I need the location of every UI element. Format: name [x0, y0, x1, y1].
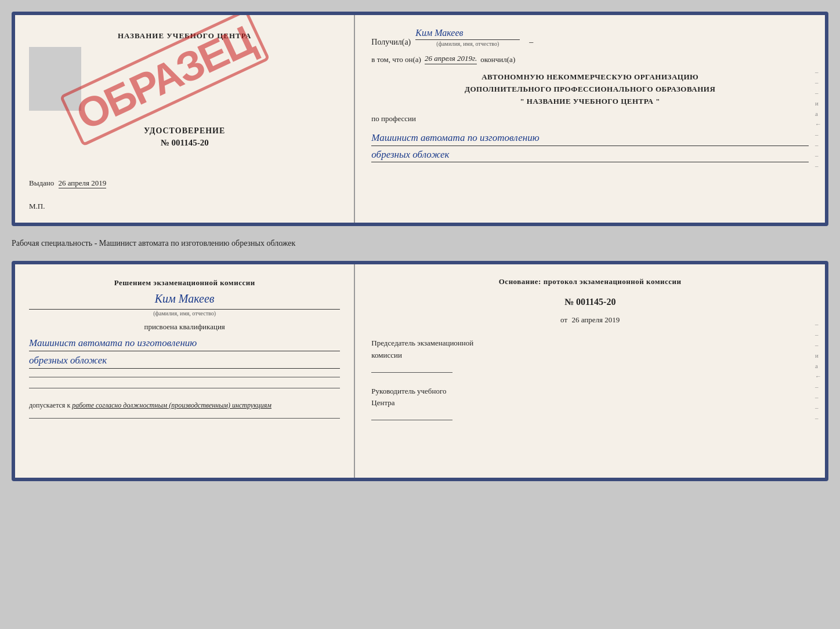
vydano-row: Выдано 26 апреля 2019	[29, 179, 106, 188]
doc2-left-panel: Решением экзаменационной комиссии Ким Ма…	[15, 264, 355, 478]
separator-text: Рабочая специальность - Машинист автомат…	[12, 237, 828, 250]
org-line2: ДОПОЛНИТЕЛЬНОГО ПРОФЕССИОНАЛЬНОГО ОБРАЗО…	[371, 83, 809, 96]
side-chars-doc1: – – – и а ← – – – –	[815, 68, 821, 169]
org-line3: " НАЗВАНИЕ УЧЕБНОГО ЦЕНТРА "	[371, 96, 809, 108]
po-professii-label: по профессии	[371, 114, 809, 123]
poluchil-row: Получил(а) Ким Макеев (фамилия, имя, отч…	[371, 28, 809, 47]
blank-line-1	[29, 377, 340, 377]
okonchil-label: окончил(а)	[480, 55, 515, 64]
rukovoditel-line2: Центра	[371, 397, 809, 409]
blank-line-2	[29, 388, 340, 388]
professiya-line1: Машинист автомата по изготовлению	[371, 130, 809, 146]
fio-caption: (фамилия, имя, отчество)	[436, 41, 499, 47]
side-chars-doc2: – – – и а ← – – – –	[815, 321, 821, 421]
vtom-label: в том, что он(а)	[371, 55, 421, 64]
professiya-block: Машинист автомата по изготовлению обрезн…	[371, 130, 809, 162]
doc2-right-panel: Основание: протокол экзаменационной коми…	[355, 264, 825, 478]
predsedatel-sign-line	[371, 372, 452, 373]
org-block: АВТОНОМНУЮ НЕКОММЕРЧЕСКУЮ ОРГАНИЗАЦИЮ ДО…	[371, 71, 809, 107]
predsedatel-line2: комиссии	[371, 350, 809, 362]
document-2: Решением экзаменационной комиссии Ким Ма…	[12, 261, 828, 481]
vtom-date: 26 апреля 2019г.	[425, 54, 477, 64]
doc1-left-panel: НАЗВАНИЕ УЧЕБНОГО ЦЕНТРА ОБРАЗЕЦ УДОСТОВ…	[15, 15, 355, 223]
professiya-line2: обрезных обложек	[371, 147, 809, 163]
page-wrapper: НАЗВАНИЕ УЧЕБНОГО ЦЕНТРА ОБРАЗЕЦ УДОСТОВ…	[12, 12, 828, 481]
prisvoena-label: присвоена квалификация	[29, 322, 340, 332]
vtom-row: в том, что он(а) 26 апреля 2019г. окончи…	[371, 54, 809, 64]
doc2-blank-lines	[29, 377, 340, 388]
dopuskaetsya-text: допускается к работе согласно должностны…	[29, 401, 340, 410]
doc2-kvalifikaciya: Машинист автомата по изготовлению обрезн…	[29, 335, 340, 369]
rukovoditel-block: Руководитель учебного Центра	[371, 386, 809, 421]
protocol-num: № 001145-20	[371, 297, 809, 307]
poluchil-label: Получил(а)	[371, 38, 411, 47]
dash1: –	[529, 38, 533, 47]
rukovoditel-line1: Руководитель учебного	[371, 386, 809, 398]
doc2-kval-line2: обрезных обложек	[29, 352, 340, 369]
doc1-right-panel: Получил(а) Ким Макеев (фамилия, имя, отч…	[355, 15, 825, 223]
udostoverenie-num: № 001145-20	[144, 138, 225, 148]
rukovoditel-sign-line	[371, 420, 452, 420]
ot-date-value: 26 апреля 2019	[571, 315, 620, 324]
document-1: НАЗВАНИЕ УЧЕБНОГО ЦЕНТРА ОБРАЗЕЦ УДОСТОВ…	[12, 12, 828, 226]
mp-label: М.П.	[29, 202, 45, 211]
vydano-date: 26 апреля 2019	[59, 179, 107, 188]
dopuskaetsya-prefix: допускается к	[29, 401, 70, 409]
predsedatel-block: Председатель экзаменационной комиссии	[371, 337, 809, 373]
doc2-fio-caption: (фамилия, имя, отчество)	[29, 309, 340, 317]
doc2-kim-makeev: Ким Макеев	[29, 292, 340, 306]
poluchil-name: Ким Макеев	[415, 28, 520, 40]
predsedatel-line1: Председатель экзаменационной	[371, 337, 809, 350]
udostoverenie-label: УДОСТОВЕРЕНИЕ	[144, 126, 225, 136]
resheniyem-label: Решением экзаменационной комиссии	[29, 277, 340, 289]
vydano-label: Выдано	[29, 179, 54, 187]
ot-date: от 26 апреля 2019	[371, 315, 809, 325]
org-line1: АВТОНОМНУЮ НЕКОММЕРЧЕСКУЮ ОРГАНИЗАЦИЮ	[371, 71, 809, 83]
doc2-kval-line1: Машинист автомата по изготовлению	[29, 335, 340, 351]
dopuskaetsya-italic: работе согласно должностным (производств…	[72, 401, 271, 409]
blank-line-3	[29, 418, 340, 419]
ot-label: от	[560, 315, 567, 324]
osnovanie-label: Основание: протокол экзаменационной коми…	[371, 277, 809, 286]
